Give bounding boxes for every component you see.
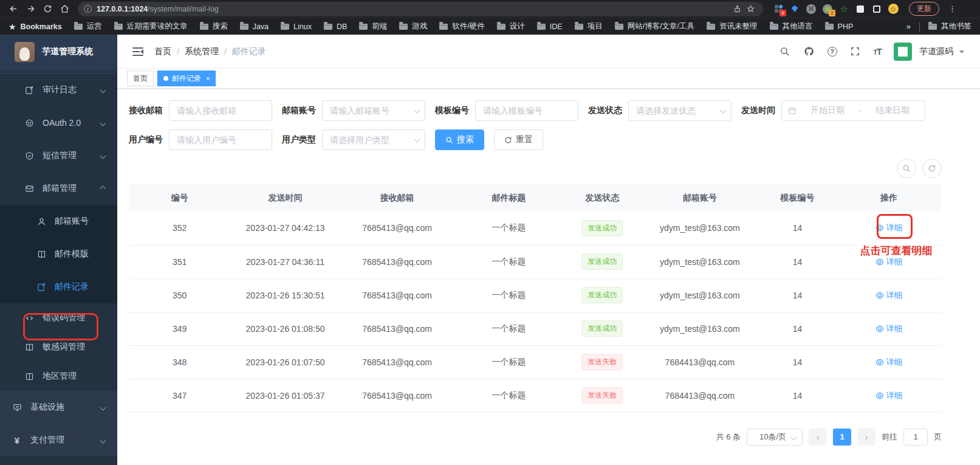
current-page-button[interactable]: 1 [833, 429, 851, 446]
field-label: 邮箱账号 [282, 105, 316, 116]
bookmark-folder[interactable]: DB [324, 22, 347, 31]
page-size-select[interactable]: 10条/页 [747, 429, 803, 446]
chevron-down-icon [100, 437, 106, 443]
share-icon[interactable] [730, 2, 744, 16]
sidebar-item-mail-log[interactable]: 邮件记录 [0, 270, 117, 303]
site-info-icon[interactable]: i [84, 5, 92, 13]
status-select[interactable] [628, 100, 732, 121]
detail-button[interactable]: 详细 [875, 222, 903, 233]
refresh-table-button[interactable] [922, 159, 942, 178]
bookmark-folder[interactable]: 前端 [359, 21, 387, 32]
account-select[interactable] [322, 100, 425, 121]
extension-grid-icon[interactable]: 9 [773, 4, 784, 15]
font-size-icon[interactable]: TT [874, 46, 882, 57]
cell-template: 14 [759, 379, 836, 412]
start-date-placeholder[interactable]: 开始日期 [801, 105, 854, 116]
extension-star-icon[interactable]: ☆ [838, 4, 849, 15]
goto-page-input[interactable] [903, 429, 928, 446]
bookmarks-overflow-icon[interactable]: » [906, 22, 911, 31]
other-bookmarks[interactable]: 其他书签 [928, 21, 971, 32]
profile-avatar[interactable]: ☺ [888, 4, 899, 15]
sidebar-item-label: 错误码管理 [43, 312, 85, 323]
bookmark-folder[interactable]: 搜索 [200, 21, 228, 32]
update-button[interactable]: 更新 [909, 2, 939, 16]
bookmark-folder[interactable]: 运营 [74, 21, 102, 32]
bookmark-folder[interactable]: 软件/硬件 [439, 21, 484, 32]
sidebar-item-payment[interactable]: ¥ 支付管理 [0, 424, 117, 456]
bookmark-folder[interactable]: Linux [281, 22, 312, 31]
detail-button[interactable]: 详细 [875, 357, 903, 368]
bookmark-folder[interactable]: Java [240, 22, 269, 31]
extension-command-icon[interactable]: ⌘ [806, 4, 817, 15]
bookmark-folder[interactable]: 资讯未整理 [707, 21, 758, 32]
table-row: 347 2023-01-26 01:05:37 7685413@qq.com 一… [129, 379, 942, 412]
sidebar-item-mail-template[interactable]: 邮件模版 [0, 238, 117, 270]
detail-button[interactable]: 详细 [875, 257, 903, 267]
user-id-input[interactable] [169, 129, 272, 150]
back-icon[interactable] [6, 2, 21, 16]
sidebar-item-label: 敏感词管理 [43, 342, 85, 353]
reload-icon[interactable] [40, 2, 55, 16]
to-mail-input[interactable] [169, 100, 272, 121]
bookmark-folder[interactable]: 设计 [497, 21, 525, 32]
toggle-search-button[interactable] [897, 159, 916, 178]
url-bar[interactable]: i 127.0.0.1:1024/system/mail/mail-log [78, 2, 763, 16]
next-page-button[interactable]: › [857, 429, 875, 446]
breadcrumb-system[interactable]: 系统管理 [185, 46, 219, 57]
sidebar-item-infrastructure[interactable]: 基础设施 [0, 391, 117, 424]
folder-icon [825, 24, 834, 30]
sidebar-item-region[interactable]: 地区管理 [0, 362, 117, 391]
fullscreen-icon[interactable] [849, 46, 862, 58]
search-button[interactable]: 搜索 [435, 129, 484, 150]
close-icon[interactable]: × [206, 75, 210, 82]
bookmark-folder[interactable]: 游戏 [399, 21, 427, 32]
sidebar-item-audit-log[interactable]: 审计日志 [0, 74, 117, 106]
bookmark-folder[interactable]: PHP [825, 22, 854, 31]
end-date-placeholder[interactable]: 结束日期 [866, 105, 919, 116]
detail-button[interactable]: 详细 [875, 290, 903, 301]
bookmark-folder-label: 网站/博客/文章/工具 [628, 21, 694, 32]
detail-button[interactable]: 详细 [875, 390, 903, 401]
sidebar-item-oauth[interactable]: OAuth 2.0 [0, 106, 117, 139]
extension-recorder-icon[interactable]: 2 [822, 4, 833, 15]
search-icon[interactable] [779, 46, 791, 58]
sidebar-item-mail-account[interactable]: 邮箱账号 [0, 205, 117, 238]
bookmarks-root[interactable]: ★Bookmarks [9, 22, 62, 32]
caret-down-icon[interactable] [959, 50, 964, 56]
sidebar-item-mail[interactable]: 邮箱管理 [0, 172, 117, 205]
extension-gem-icon[interactable] [789, 4, 800, 15]
user-avatar[interactable] [894, 43, 912, 61]
sidebar-item-sensitive-word[interactable]: 敏感词管理 [0, 332, 117, 362]
tab-frame-icon[interactable] [871, 4, 882, 15]
prev-page-button[interactable]: ‹ [809, 429, 827, 446]
chevron-down-icon [100, 87, 106, 93]
folder-icon [114, 24, 123, 30]
sidebar-logo[interactable]: 芋道管理系统 [0, 35, 117, 69]
sidebar-collapse-icon[interactable] [132, 47, 143, 56]
bookmark-folder[interactable]: 网站/博客/文章/工具 [615, 21, 694, 32]
bookmark-folder[interactable]: IDE [537, 22, 563, 31]
help-icon[interactable]: ? [828, 47, 837, 57]
username[interactable]: 芋道源码 [919, 46, 953, 57]
sidebar-item-sms[interactable]: 短信管理 [0, 139, 117, 172]
bookmark-folder[interactable]: 项目 [575, 21, 603, 32]
breadcrumb-home[interactable]: 首页 [154, 46, 171, 57]
tab-mail-log[interactable]: 邮件记录 × [157, 71, 216, 86]
bookmark-folder[interactable]: 近期需要读的文章 [114, 21, 188, 32]
field-to-mail: 接收邮箱 [129, 100, 272, 121]
folder-icon [707, 24, 715, 30]
browser-menu-icon[interactable]: ⋮ [948, 4, 956, 13]
user-type-select[interactable] [322, 129, 425, 150]
home-icon[interactable] [57, 2, 72, 16]
template-input[interactable] [475, 100, 578, 121]
detail-button[interactable]: 详细 [875, 323, 903, 334]
bookmark-star-icon[interactable] [744, 2, 757, 16]
tab-home[interactable]: 首页 [127, 71, 154, 86]
extension-puzzle-icon[interactable] [855, 4, 866, 15]
forward-icon[interactable] [23, 2, 38, 16]
reset-button[interactable]: 重置 [494, 129, 543, 150]
bookmark-folder[interactable]: 其他语言 [770, 21, 813, 32]
date-range-picker[interactable]: 开始日期 - 结束日期 [781, 100, 925, 121]
github-icon[interactable] [803, 46, 815, 58]
sidebar-item-error-code[interactable]: 错误码管理 [0, 303, 117, 332]
